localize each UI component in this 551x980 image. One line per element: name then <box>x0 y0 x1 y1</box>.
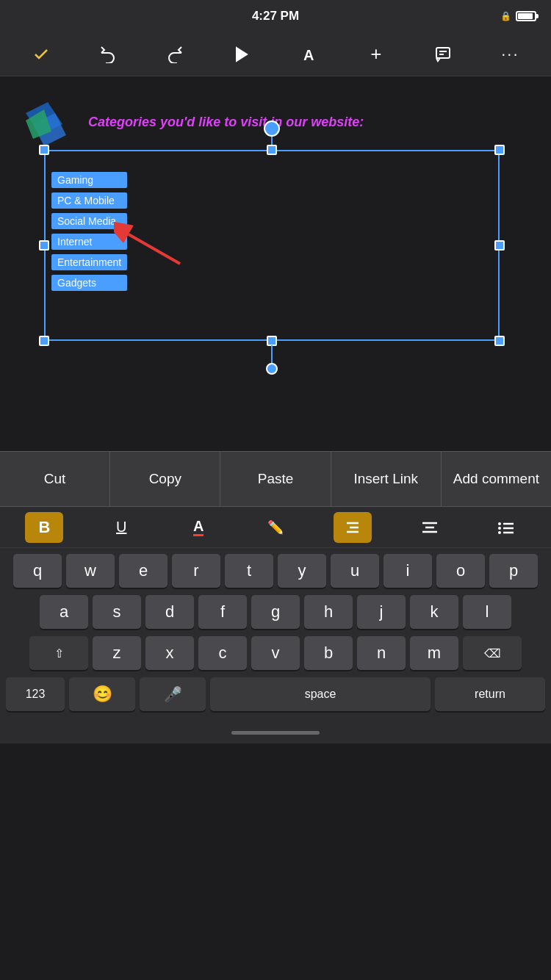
highlight-button[interactable]: ✏️ <box>256 512 295 543</box>
handle-line-bottom <box>271 345 273 363</box>
key-a[interactable]: a <box>40 595 88 629</box>
align-right-button[interactable] <box>334 512 372 543</box>
list-format-button[interactable] <box>487 512 525 543</box>
handle-circle-bottom[interactable] <box>266 363 278 375</box>
comment-button[interactable] <box>427 38 459 71</box>
lock-icon: 🔒 <box>500 11 511 21</box>
key-q[interactable]: q <box>13 554 62 588</box>
key-i[interactable]: i <box>383 554 432 588</box>
status-right: 🔒 <box>492 11 536 21</box>
text-format-button[interactable]: A <box>293 38 325 71</box>
key-f[interactable]: f <box>198 595 247 629</box>
key-s[interactable]: s <box>93 595 141 629</box>
bold-button[interactable]: B <box>25 512 63 543</box>
handle-middle-right[interactable] <box>494 240 505 251</box>
key-o[interactable]: o <box>436 554 485 588</box>
keynote-logo <box>22 98 73 150</box>
cut-button[interactable]: Cut <box>0 452 110 506</box>
key-r[interactable]: r <box>172 554 220 588</box>
key-u[interactable]: u <box>331 554 379 588</box>
key-b[interactable]: b <box>304 636 353 670</box>
status-time: 4:27 PM <box>59 9 492 24</box>
key-n[interactable]: n <box>357 636 406 670</box>
handle-bottom-middle[interactable] <box>267 336 277 346</box>
toolbar: A + ··· <box>0 32 551 76</box>
rotation-handle[interactable] <box>264 120 280 137</box>
key-g[interactable]: g <box>251 595 300 629</box>
key-space[interactable]: space <box>210 677 431 711</box>
list-item-pc-mobile: PC & Mobile <box>51 192 127 209</box>
handle-bottom-right[interactable] <box>494 336 505 346</box>
handle-top-middle[interactable] <box>267 145 277 155</box>
redo-button[interactable] <box>159 38 191 71</box>
bottom-bar <box>0 721 551 743</box>
battery-icon <box>516 11 536 21</box>
add-comment-button[interactable]: Add comment <box>442 452 551 506</box>
format-bar: B U A ✏️ <box>0 507 551 548</box>
key-w[interactable]: w <box>66 554 115 588</box>
key-emoji[interactable]: 😊 <box>69 677 135 711</box>
svg-marker-0 <box>237 48 247 61</box>
key-p[interactable]: p <box>489 554 538 588</box>
copy-button[interactable]: Copy <box>110 452 220 506</box>
svg-line-9 <box>129 234 180 264</box>
key-m[interactable]: m <box>410 636 458 670</box>
red-arrow-annotation <box>114 220 187 281</box>
keyboard-row-2: a s d f g h j k l <box>3 595 548 629</box>
key-l[interactable]: l <box>463 595 511 629</box>
canvas-heading: Categories you'd like to visit in our we… <box>88 115 364 130</box>
insert-link-button[interactable]: Insert Link <box>331 452 442 506</box>
checkmark-button[interactable] <box>25 38 57 71</box>
handle-top-right[interactable] <box>494 145 505 155</box>
add-button[interactable]: + <box>360 38 392 71</box>
svg-point-18 <box>498 527 501 530</box>
key-h[interactable]: h <box>304 595 353 629</box>
keyboard-row-4: 123 😊 🎤 space return <box>3 677 548 711</box>
key-j[interactable]: j <box>357 595 406 629</box>
handle-top-left[interactable] <box>39 145 49 155</box>
svg-point-16 <box>498 522 501 525</box>
canvas-area: Categories you'd like to visit in our we… <box>0 76 551 451</box>
text-color-button[interactable]: A <box>179 512 217 543</box>
keyboard-row-3: ⇧ z x c v b n m ⌫ <box>3 636 548 670</box>
key-microphone[interactable]: 🎤 <box>140 677 206 711</box>
play-button[interactable] <box>226 38 258 71</box>
key-numbers[interactable]: 123 <box>6 677 65 711</box>
context-menu: Cut Copy Paste Insert Link Add comment <box>0 451 551 507</box>
key-d[interactable]: d <box>145 595 194 629</box>
key-x[interactable]: x <box>145 636 194 670</box>
key-t[interactable]: t <box>225 554 273 588</box>
key-shift[interactable]: ⇧ <box>29 636 88 670</box>
text-box-container[interactable]: Gaming PC & Mobile Social Media Internet… <box>44 150 500 341</box>
handle-bottom-left[interactable] <box>39 336 49 346</box>
key-y[interactable]: y <box>278 554 326 588</box>
home-indicator <box>231 731 320 735</box>
svg-point-20 <box>498 531 501 534</box>
keyboard-row-1: q w e r t y u i o p <box>3 554 548 588</box>
keyboard: q w e r t y u i o p a s d f g h j k l ⇧ … <box>0 548 551 721</box>
key-return[interactable]: return <box>435 677 545 711</box>
key-z[interactable]: z <box>93 636 141 670</box>
svg-rect-2 <box>436 48 450 58</box>
more-button[interactable]: ··· <box>494 38 526 71</box>
undo-button[interactable] <box>92 38 124 71</box>
align-center-button[interactable] <box>411 512 449 543</box>
underline-button[interactable]: U <box>102 512 140 543</box>
key-c[interactable]: c <box>198 636 247 670</box>
key-e[interactable]: e <box>119 554 168 588</box>
paste-button[interactable]: Paste <box>220 452 331 506</box>
key-k[interactable]: k <box>410 595 458 629</box>
status-bar: 4:27 PM 🔒 <box>0 0 551 32</box>
list-item-gaming: Gaming <box>51 172 127 188</box>
key-backspace[interactable]: ⌫ <box>463 636 522 670</box>
svg-text:A: A <box>303 47 314 63</box>
key-v[interactable]: v <box>251 636 300 670</box>
handle-middle-left[interactable] <box>39 240 49 251</box>
